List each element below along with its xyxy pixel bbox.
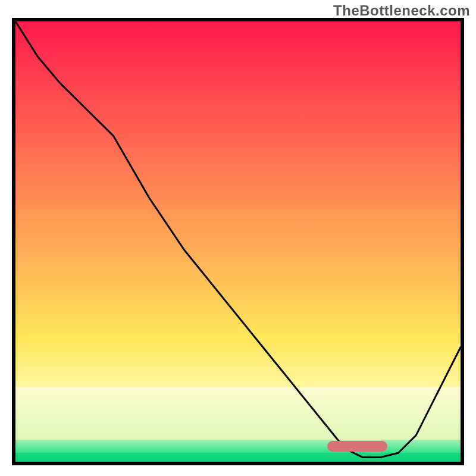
line-curve-layer [15,21,461,462]
watermark-text: TheBottleneck.com [333,2,470,19]
bottleneck-curve [15,21,461,458]
optimal-range-marker [327,441,387,452]
plot-area [12,18,464,465]
chart-container: TheBottleneck.com [0,0,476,476]
